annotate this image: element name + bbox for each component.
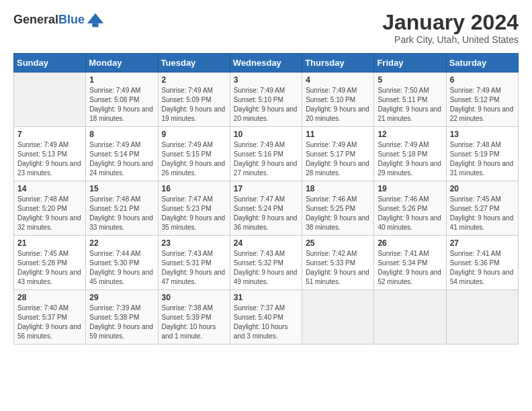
day-of-week-header: Thursday: [302, 54, 374, 73]
day-info: Sunrise: 7:49 AMSunset: 5:10 PMDaylight:…: [306, 86, 370, 124]
day-info: Sunrise: 7:46 AMSunset: 5:26 PMDaylight:…: [378, 195, 442, 232]
calendar-day-cell: 19Sunrise: 7:46 AMSunset: 5:26 PMDayligh…: [374, 181, 446, 236]
day-of-week-header: Tuesday: [158, 54, 230, 73]
day-number: 9: [162, 130, 226, 139]
calendar-day-cell: 1Sunrise: 7:49 AMSunset: 5:08 PMDaylight…: [86, 73, 158, 127]
day-number: 27: [450, 238, 515, 248]
calendar-day-cell: [14, 73, 86, 127]
day-number: 29: [89, 293, 154, 302]
day-number: 1: [89, 75, 154, 85]
day-info: Sunrise: 7:49 AMSunset: 5:18 PMDaylight:…: [378, 140, 442, 178]
day-info: Sunrise: 7:49 AMSunset: 5:12 PMDaylight:…: [450, 86, 515, 124]
day-info: Sunrise: 7:41 AMSunset: 5:36 PMDaylight:…: [450, 249, 515, 287]
day-number: 15: [89, 184, 154, 193]
calendar-day-cell: 29Sunrise: 7:39 AMSunset: 5:38 PMDayligh…: [86, 290, 158, 345]
day-number: 12: [378, 130, 442, 139]
day-number: 31: [234, 293, 298, 302]
logo-general-text: General: [13, 13, 58, 26]
day-info: Sunrise: 7:49 AMSunset: 5:17 PMDaylight:…: [306, 140, 370, 178]
day-of-week-header: Saturday: [446, 54, 518, 73]
day-number: 8: [89, 130, 154, 139]
logo-icon: [86, 11, 105, 30]
day-number: 25: [306, 238, 370, 248]
calendar-day-cell: 4Sunrise: 7:49 AMSunset: 5:10 PMDaylight…: [302, 73, 374, 127]
calendar-day-cell: 25Sunrise: 7:42 AMSunset: 5:33 PMDayligh…: [302, 236, 374, 290]
day-info: Sunrise: 7:41 AMSunset: 5:34 PMDaylight:…: [378, 249, 442, 287]
day-info: Sunrise: 7:49 AMSunset: 5:14 PMDaylight:…: [89, 140, 154, 178]
day-of-week-header: Sunday: [14, 54, 86, 73]
calendar-day-cell: 24Sunrise: 7:43 AMSunset: 5:32 PMDayligh…: [230, 236, 302, 290]
calendar-day-cell: 31Sunrise: 7:37 AMSunset: 5:40 PMDayligh…: [230, 290, 302, 345]
day-number: 30: [162, 293, 226, 302]
day-info: Sunrise: 7:49 AMSunset: 5:16 PMDaylight:…: [234, 140, 298, 178]
svg-marker-0: [87, 13, 103, 24]
day-info: Sunrise: 7:49 AMSunset: 5:13 PMDaylight:…: [17, 140, 82, 178]
calendar-day-cell: 6Sunrise: 7:49 AMSunset: 5:12 PMDaylight…: [446, 73, 518, 127]
day-info: Sunrise: 7:45 AMSunset: 5:27 PMDaylight:…: [450, 195, 515, 232]
day-info: Sunrise: 7:49 AMSunset: 5:15 PMDaylight:…: [162, 140, 226, 178]
day-info: Sunrise: 7:40 AMSunset: 5:37 PMDaylight:…: [17, 304, 82, 341]
calendar-week-row: 28Sunrise: 7:40 AMSunset: 5:37 PMDayligh…: [14, 290, 519, 345]
calendar-day-cell: 13Sunrise: 7:48 AMSunset: 5:19 PMDayligh…: [446, 127, 518, 181]
day-number: 5: [378, 75, 442, 85]
calendar-day-cell: 21Sunrise: 7:45 AMSunset: 5:28 PMDayligh…: [14, 236, 86, 290]
day-number: 20: [450, 184, 515, 193]
day-number: 2: [162, 75, 226, 85]
calendar-day-cell: 7Sunrise: 7:49 AMSunset: 5:13 PMDaylight…: [14, 127, 86, 181]
day-info: Sunrise: 7:42 AMSunset: 5:33 PMDaylight:…: [306, 249, 370, 287]
day-number: 23: [162, 238, 226, 248]
logo-blue-text: Blue: [58, 13, 85, 26]
day-number: 13: [450, 130, 515, 139]
day-of-week-header: Friday: [374, 54, 446, 73]
day-number: 11: [306, 130, 370, 139]
calendar-week-row: 21Sunrise: 7:45 AMSunset: 5:28 PMDayligh…: [14, 236, 519, 290]
calendar-day-cell: 15Sunrise: 7:48 AMSunset: 5:21 PMDayligh…: [86, 181, 158, 236]
day-info: Sunrise: 7:43 AMSunset: 5:32 PMDaylight:…: [234, 249, 298, 287]
calendar-day-cell: 23Sunrise: 7:43 AMSunset: 5:31 PMDayligh…: [158, 236, 230, 290]
day-number: 16: [162, 184, 226, 193]
calendar-day-cell: 18Sunrise: 7:46 AMSunset: 5:25 PMDayligh…: [302, 181, 374, 236]
day-info: Sunrise: 7:49 AMSunset: 5:08 PMDaylight:…: [89, 86, 154, 124]
day-info: Sunrise: 7:39 AMSunset: 5:38 PMDaylight:…: [89, 304, 154, 341]
day-info: Sunrise: 7:37 AMSunset: 5:40 PMDaylight:…: [234, 304, 298, 341]
day-number: 6: [450, 75, 515, 85]
day-info: Sunrise: 7:48 AMSunset: 5:21 PMDaylight:…: [89, 195, 154, 232]
day-info: Sunrise: 7:47 AMSunset: 5:24 PMDaylight:…: [234, 195, 298, 232]
header: GeneralBlue January 2024 Park City, Utah…: [13, 11, 519, 45]
calendar-day-cell: 27Sunrise: 7:41 AMSunset: 5:36 PMDayligh…: [446, 236, 518, 290]
day-number: 28: [17, 293, 82, 302]
day-number: 4: [306, 75, 370, 85]
day-number: 21: [17, 238, 82, 248]
calendar-week-row: 1Sunrise: 7:49 AMSunset: 5:08 PMDaylight…: [14, 73, 519, 127]
calendar-day-cell: [374, 290, 446, 345]
calendar-day-cell: [302, 290, 374, 345]
day-of-week-header: Monday: [86, 54, 158, 73]
day-number: 26: [378, 238, 442, 248]
calendar-day-cell: 9Sunrise: 7:49 AMSunset: 5:15 PMDaylight…: [158, 127, 230, 181]
day-number: 10: [234, 130, 298, 139]
calendar-day-cell: 30Sunrise: 7:38 AMSunset: 5:39 PMDayligh…: [158, 290, 230, 345]
calendar-day-cell: 12Sunrise: 7:49 AMSunset: 5:18 PMDayligh…: [374, 127, 446, 181]
calendar-day-cell: 28Sunrise: 7:40 AMSunset: 5:37 PMDayligh…: [14, 290, 86, 345]
calendar-table: SundayMondayTuesdayWednesdayThursdayFrid…: [13, 53, 519, 345]
calendar-day-cell: 20Sunrise: 7:45 AMSunset: 5:27 PMDayligh…: [446, 181, 518, 236]
day-info: Sunrise: 7:38 AMSunset: 5:39 PMDaylight:…: [162, 304, 226, 341]
calendar-day-cell: 17Sunrise: 7:47 AMSunset: 5:24 PMDayligh…: [230, 181, 302, 236]
calendar-day-cell: 16Sunrise: 7:47 AMSunset: 5:23 PMDayligh…: [158, 181, 230, 236]
day-info: Sunrise: 7:45 AMSunset: 5:28 PMDaylight:…: [17, 249, 82, 287]
calendar-day-cell: 3Sunrise: 7:49 AMSunset: 5:10 PMDaylight…: [230, 73, 302, 127]
calendar-day-cell: 11Sunrise: 7:49 AMSunset: 5:17 PMDayligh…: [302, 127, 374, 181]
day-number: 17: [234, 184, 298, 193]
day-info: Sunrise: 7:47 AMSunset: 5:23 PMDaylight:…: [162, 195, 226, 232]
day-info: Sunrise: 7:48 AMSunset: 5:19 PMDaylight:…: [450, 140, 515, 178]
title-area: January 2024 Park City, Utah, United Sta…: [382, 11, 519, 45]
day-number: 19: [378, 184, 442, 193]
day-info: Sunrise: 7:48 AMSunset: 5:20 PMDaylight:…: [17, 195, 82, 232]
day-of-week-header: Wednesday: [230, 54, 302, 73]
calendar-header-row: SundayMondayTuesdayWednesdayThursdayFrid…: [14, 54, 519, 73]
calendar-day-cell: 14Sunrise: 7:48 AMSunset: 5:20 PMDayligh…: [14, 181, 86, 236]
svg-rect-1: [92, 24, 98, 28]
location: Park City, Utah, United States: [382, 34, 519, 45]
calendar-day-cell: 5Sunrise: 7:50 AMSunset: 5:11 PMDaylight…: [374, 73, 446, 127]
day-number: 22: [89, 238, 154, 248]
